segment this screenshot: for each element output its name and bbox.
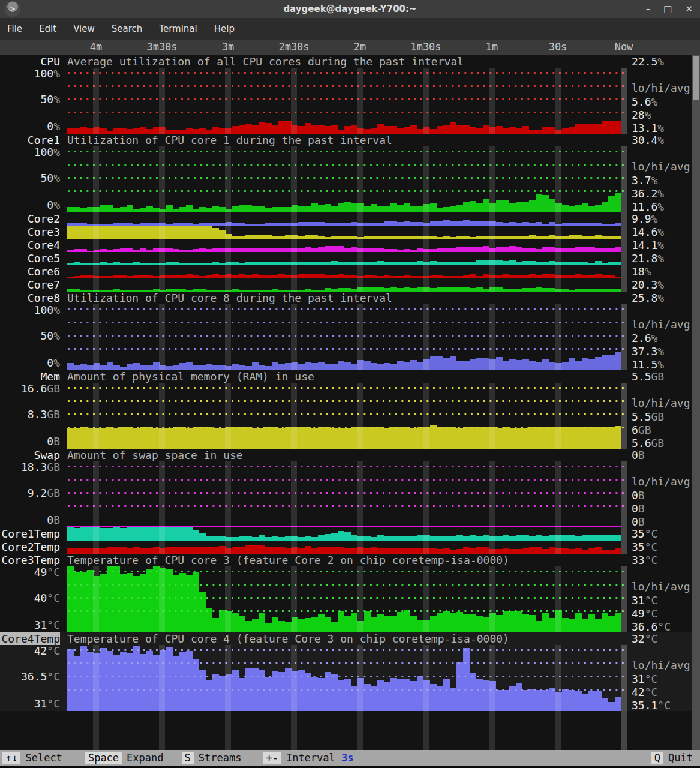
status-segment-streams[interactable]: SStreams — [182, 752, 247, 764]
time-gridline — [555, 278, 561, 292]
menu-item-terminal[interactable]: Terminal — [159, 23, 197, 34]
scrollbar-thumb[interactable] — [693, 56, 699, 100]
chart-bar — [470, 535, 476, 541]
status-key[interactable]: Space — [85, 752, 122, 764]
time-gridline — [225, 265, 231, 278]
chart-bars — [67, 265, 624, 278]
section-current-value: 25.8% — [632, 292, 664, 304]
chart-bar — [325, 534, 331, 541]
chart-bar — [120, 528, 127, 541]
chart-bar — [377, 364, 384, 370]
chart-bar — [384, 548, 390, 554]
section-core2temp[interactable]: Core2Temp35°C — [0, 541, 700, 554]
time-gridline — [225, 461, 231, 527]
chart-bar — [305, 362, 311, 370]
section-core2[interactable]: Core29.9% — [0, 212, 700, 226]
time-tick-30s: 30s — [531, 41, 585, 53]
chart-bar — [470, 548, 476, 554]
status-segment-select[interactable]: ↑↓Select — [2, 752, 67, 764]
chart-bar — [318, 547, 325, 554]
section-core5[interactable]: Core521.8% — [0, 252, 700, 265]
status-segment-interval[interactable]: +-Interval 3s — [263, 752, 353, 764]
chart-bars — [67, 461, 624, 527]
section-core3[interactable]: Core314.6% — [0, 226, 700, 239]
chart-bar — [529, 547, 536, 554]
chart-bar — [100, 648, 107, 711]
chart-bar — [318, 614, 325, 632]
chart-bar — [146, 427, 153, 449]
chart-bar — [259, 122, 265, 134]
status-segment-expand[interactable]: SpaceExpand — [85, 752, 169, 764]
time-gridline — [621, 711, 627, 750]
time-gridline — [423, 566, 429, 632]
menu-item-file[interactable]: File — [7, 23, 22, 34]
chart-bar — [133, 290, 140, 292]
chart-bar — [522, 288, 529, 292]
menu-item-edit[interactable]: Edit — [39, 23, 56, 34]
y-axis-label: 100% — [0, 68, 60, 79]
time-gridline — [621, 68, 627, 134]
chart-bar — [529, 536, 536, 541]
chart-bar — [397, 679, 404, 711]
chart-bar — [331, 428, 338, 449]
close-button[interactable]: ✕ — [685, 4, 693, 14]
chart-bar — [127, 205, 133, 212]
status-segment-quit[interactable]: QQuit — [651, 752, 698, 764]
section-core3temp[interactable]: Core3TempTemperature of CPU core 3 (feat… — [0, 554, 700, 632]
scrollbar[interactable] — [692, 55, 700, 750]
time-gridline — [93, 239, 99, 252]
section-core1[interactable]: Core1Utilization of CPU core 1 during th… — [0, 134, 700, 212]
chart-bar — [588, 206, 595, 212]
chart-bar — [364, 361, 371, 370]
time-gridline — [489, 566, 495, 632]
time-gridline — [93, 527, 99, 541]
chart-bar — [199, 248, 206, 252]
chart-bar — [272, 536, 278, 541]
status-key[interactable]: Q — [651, 752, 663, 764]
chart-bar — [325, 126, 331, 134]
menu-item-view[interactable]: View — [73, 23, 95, 34]
chart-bar — [588, 289, 595, 292]
chart-bar — [529, 274, 536, 278]
grid-dots-row — [67, 85, 624, 88]
status-key[interactable]: S — [182, 752, 194, 764]
menu-item-help[interactable]: Help — [214, 23, 235, 34]
status-key[interactable]: ↑↓ — [2, 752, 20, 764]
time-gridline — [621, 566, 627, 632]
section-core6[interactable]: Core618% — [0, 265, 700, 278]
time-gridline — [159, 645, 165, 711]
chart-bar — [509, 260, 516, 265]
chart-bar — [245, 621, 252, 632]
charts-filler — [0, 711, 700, 750]
section-core4[interactable]: Core414.1% — [0, 239, 700, 252]
chart-bar — [397, 548, 404, 554]
chart-bar — [602, 698, 608, 711]
chart-bar — [298, 619, 305, 632]
section-core4temp[interactable]: Core4TempTemperature of CPU core 4 (feat… — [0, 632, 700, 711]
chart-bar — [331, 547, 338, 554]
section-core7[interactable]: Core720.3% — [0, 278, 700, 292]
chart-bar — [212, 547, 219, 554]
section-label: Core3 — [0, 226, 60, 239]
section-swap[interactable]: SwapAmount of swap space in use0B18.3GB9… — [0, 449, 700, 527]
stat-value: 49°C — [632, 607, 657, 620]
maximize-button[interactable]: □ — [663, 4, 672, 14]
section-mem[interactable]: MemAmount of physical memory (RAM) in us… — [0, 370, 700, 449]
time-gridline — [357, 711, 363, 750]
section-cpu[interactable]: CPUAverage utilization of all CPU cores … — [0, 55, 700, 134]
chart-bar — [390, 548, 397, 554]
chart-bar — [516, 247, 522, 252]
section-core8[interactable]: Core8Utilization of CPU core 8 during th… — [0, 292, 700, 370]
time-gridline — [357, 252, 363, 265]
time-gridline — [225, 212, 231, 226]
status-key[interactable]: +- — [263, 752, 281, 764]
menu-item-search[interactable]: Search — [112, 23, 143, 34]
section-core1temp[interactable]: Core1Temp35°C — [0, 527, 700, 541]
chart-bar — [608, 355, 615, 370]
chart-bar — [377, 548, 384, 554]
chart-bar — [318, 290, 325, 292]
chart-bar — [522, 548, 529, 554]
minimize-button[interactable]: – — [646, 4, 651, 14]
chart-bar — [239, 205, 245, 212]
chart-bar — [318, 205, 325, 212]
